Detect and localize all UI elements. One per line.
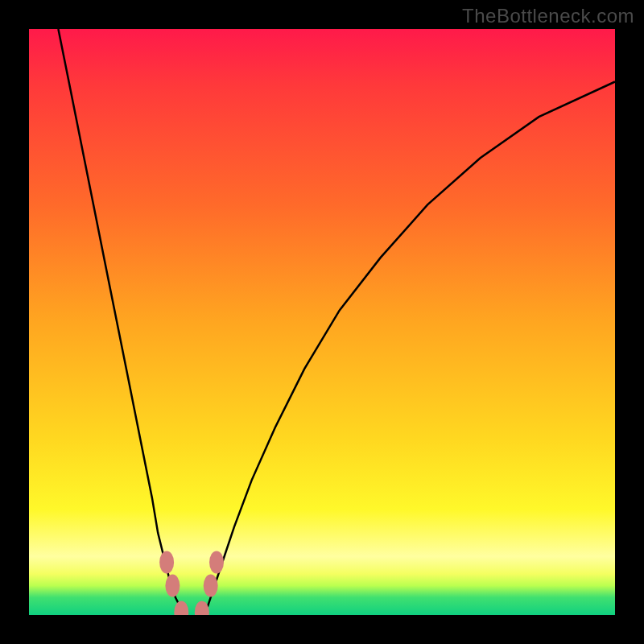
bead-right-upper	[209, 551, 224, 574]
watermark-text: TheBottleneck.com	[462, 5, 634, 27]
right-curve	[204, 82, 615, 616]
bead-bottom-right	[195, 601, 209, 615]
chart-svg	[29, 29, 615, 615]
left-curve	[58, 29, 184, 615]
bead-left-upper	[159, 551, 174, 574]
bead-right-lower	[204, 575, 218, 597]
chart-frame	[29, 29, 615, 615]
bead-left-lower	[165, 575, 180, 597]
bead-bottom-left	[174, 601, 188, 615]
beads-group	[159, 551, 224, 616]
